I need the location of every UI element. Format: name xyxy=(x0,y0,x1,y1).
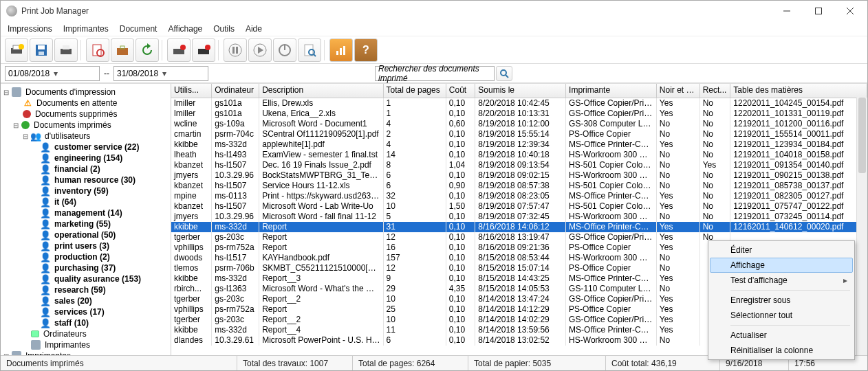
tree-user-item[interactable]: 👤quality asurance (153) xyxy=(2,273,169,284)
ctx-enregistrer-sous[interactable]: Enregistrer sous xyxy=(710,293,853,308)
date-from-input[interactable]: 01/08/2018▾ xyxy=(5,66,100,81)
tree-printers-sub[interactable]: Imprimantes xyxy=(2,339,169,350)
cell-submitted: 8/16/2018 09:21:36 xyxy=(475,243,566,253)
tree-user-item[interactable]: 👤research (59) xyxy=(2,284,169,295)
cell-desc: SKMBT_C55211121510000[1].pdf xyxy=(259,263,383,273)
date-to-input[interactable]: 31/08/2018▾ xyxy=(113,66,208,81)
col-bw[interactable]: Noir et bl... xyxy=(656,84,699,98)
close-button[interactable] xyxy=(834,1,866,21)
tree-deleted[interactable]: Documents supprimés xyxy=(2,109,169,120)
chevron-down-icon[interactable]: ▾ xyxy=(54,69,96,78)
ctx-test-d-affichage[interactable]: Test d'affichage▸ xyxy=(710,273,853,288)
ctx-s-lectionner-tout[interactable]: Sélectionner tout xyxy=(710,308,853,323)
maximize-button[interactable] xyxy=(803,1,834,21)
menu-affichage[interactable]: Affichage xyxy=(168,24,202,34)
tool-chart-icon[interactable] xyxy=(329,38,353,62)
tree-user-item[interactable]: 👤financial (2) xyxy=(2,164,169,175)
tool-power-icon[interactable] xyxy=(273,38,296,62)
svg-rect-8 xyxy=(63,45,69,49)
tool-help-icon[interactable]: ? xyxy=(354,38,378,62)
tool-pause-icon[interactable] xyxy=(224,38,247,62)
tool-play-icon[interactable] xyxy=(248,38,272,62)
tool-briefcase-icon[interactable] xyxy=(111,38,134,62)
tool-save-icon[interactable] xyxy=(30,38,53,62)
col-computer[interactable]: Ordinateur xyxy=(212,84,259,98)
table-row[interactable]: jmyers10.3.29.96Microsoft Word - fall fi… xyxy=(171,212,867,222)
table-row[interactable]: wclinegs-109aMicrosoft Word - Document14… xyxy=(171,119,867,129)
vertical-scrollbar[interactable] xyxy=(856,98,867,355)
col-cost[interactable]: Coût xyxy=(446,84,475,98)
tree-printers[interactable]: ⊞Imprimantes xyxy=(2,350,169,355)
table-row[interactable]: jmyers10.3.29.96BockStatsMWPTBRG_31_Test… xyxy=(171,170,867,181)
search-button[interactable] xyxy=(496,66,512,81)
table-row[interactable]: lheathhs-l1493ExamView - semester 1 fina… xyxy=(171,150,867,160)
table-row[interactable]: kbanzeths-l1507Microsoft Word - Lab Writ… xyxy=(171,201,867,212)
menu-document[interactable]: Document xyxy=(120,24,158,34)
col-user[interactable]: Utilis... xyxy=(171,84,212,98)
table-row[interactable]: kkibbems-332dapplewhite[1].pdf40,108/19/… xyxy=(171,139,867,150)
cell-computer: gs-l1363 xyxy=(212,284,259,294)
table-row[interactable]: kbanzeths-l1507Service Hours 11-12.xls60… xyxy=(171,181,867,191)
cell-printer: MS-Office Printer-Cop... xyxy=(566,273,657,284)
tree-root[interactable]: ⊟Documents d'impression xyxy=(2,87,169,98)
table-row[interactable]: mpinems-0113Print - https://skyward.usd2… xyxy=(171,191,867,201)
menu-aide[interactable]: Aide xyxy=(246,24,262,34)
ctx-actualiser[interactable]: Actualiser xyxy=(710,328,853,343)
tool-printer-red-icon[interactable] xyxy=(167,38,191,62)
tool-refresh-icon[interactable] xyxy=(135,38,159,62)
tree-user-label: staff (10) xyxy=(53,318,90,328)
ctx--diter[interactable]: Éditer xyxy=(710,243,853,258)
tree-user-item[interactable]: 👤operational (50) xyxy=(2,229,169,240)
tree-user-item[interactable]: 👤production (2) xyxy=(2,251,169,262)
scrollbar-thumb[interactable] xyxy=(858,98,866,173)
tree-user-item[interactable]: 👤print users (3) xyxy=(2,240,169,251)
table-row[interactable]: cmartinpsrm-704cSCentral Of11121909520[1… xyxy=(171,129,867,139)
col-submitted[interactable]: Soumis le xyxy=(475,84,566,98)
tree-user-item[interactable]: 👤marketing (55) xyxy=(2,218,169,229)
table-row[interactable]: lmillergs101aEllis, Drew.xls10,108/20/20… xyxy=(171,98,867,109)
search-input[interactable]: Rechercher des documents imprimé xyxy=(375,66,495,81)
table-row[interactable]: lmillergs101aUkena, Erica__2.xls10,108/2… xyxy=(171,109,867,119)
menu-outils[interactable]: Outils xyxy=(213,24,235,34)
cell-submitted: 8/19/2018 09:02:15 xyxy=(475,170,566,181)
tree-user-item[interactable]: 👤customer service (22) xyxy=(2,142,169,153)
tree-user-item[interactable]: 👤sales (20) xyxy=(2,295,169,306)
minimize-button[interactable] xyxy=(771,1,803,21)
tree-pending[interactable]: ⚠Documents en attente xyxy=(2,98,169,109)
cell-submitted: 8/16/2018 14:06:12 xyxy=(475,222,566,232)
tree-user-item[interactable]: 👤staff (10) xyxy=(2,317,169,328)
chevron-down-icon[interactable]: ▾ xyxy=(162,69,205,78)
tree-user-item[interactable]: 👤purchasing (37) xyxy=(2,262,169,273)
col-rect[interactable]: Rect... xyxy=(699,84,730,98)
tool-printer-icon[interactable] xyxy=(54,38,78,62)
tree-printed[interactable]: ⊟Documents imprimés xyxy=(2,120,169,131)
tree-user-item[interactable]: 👤services (17) xyxy=(2,306,169,317)
col-pages[interactable]: Total de pages xyxy=(383,84,446,98)
cell-cost: 0,10 xyxy=(446,253,475,263)
tree-user-item[interactable]: 👤human resource (30) xyxy=(2,175,169,186)
tree-user-item[interactable]: 👤inventory (59) xyxy=(2,186,169,196)
table-row[interactable]: kbanzeths-l1507Dec. 16 19 Finals Issue_2… xyxy=(171,160,867,170)
tool-printer-black-icon[interactable] xyxy=(192,38,215,62)
tool-printer-alert-icon[interactable] xyxy=(5,38,28,62)
ctx-affichage[interactable]: Affichage xyxy=(710,258,853,273)
tree-panel[interactable]: ⊟Documents d'impression ⚠Documents en at… xyxy=(1,84,171,355)
tool-search-doc-icon[interactable] xyxy=(86,38,109,62)
stop-icon xyxy=(23,110,31,118)
tree-users-node[interactable]: ⊟👥d'utilisateurs xyxy=(2,131,169,142)
col-printer[interactable]: Imprimante xyxy=(566,84,657,98)
tree-user-item[interactable]: 👤engineering (154) xyxy=(2,153,169,164)
menu-imprimantes[interactable]: Imprimantes xyxy=(63,24,109,34)
tool-doc-search-icon[interactable] xyxy=(298,38,321,62)
user-icon: 👤 xyxy=(41,274,50,284)
table-row[interactable]: kkibbems-332dReport310,108/16/2018 14:06… xyxy=(171,222,867,232)
tree-computers[interactable]: Ordinateurs xyxy=(2,328,169,339)
tree-user-item[interactable]: 👤management (14) xyxy=(2,207,169,218)
tree-user-item[interactable]: 👤it (64) xyxy=(2,196,169,207)
col-desc[interactable]: Description xyxy=(259,84,383,98)
ctx-r-initialiser-la-colonne[interactable]: Réinitialiser la colonne xyxy=(710,343,853,358)
user-icon: 👤 xyxy=(41,153,50,163)
menu-impressions[interactable]: Impressions xyxy=(8,24,52,34)
tree-user-label: research (59) xyxy=(53,285,107,295)
col-toc[interactable]: Table des matières xyxy=(730,84,867,98)
